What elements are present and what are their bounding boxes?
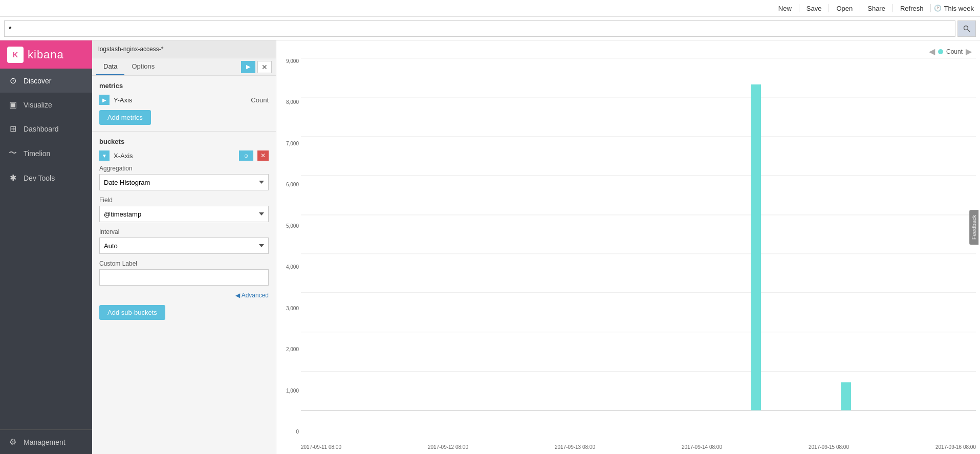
divider-4 <box>892 4 893 12</box>
sidebar: K kibana ⊙ Discover ▣ Visualize ⊞ Dashbo… <box>0 40 92 454</box>
add-sub-buckets-button[interactable]: Add sub-buckets <box>99 305 165 320</box>
xaxis-expand-btn[interactable]: ▼ <box>99 150 110 161</box>
open-button[interactable]: Open <box>832 3 857 14</box>
custom-label-group: Custom Label <box>99 260 269 286</box>
sidebar-spacer <box>0 190 92 429</box>
aggregation-label: Aggregation <box>99 165 269 172</box>
chart-area: ◀ Count ▶ <box>276 40 980 454</box>
panel-tab-actions: ▶ ✕ <box>241 61 272 73</box>
svg-rect-2 <box>301 58 976 410</box>
close-button[interactable]: ✕ <box>257 61 272 73</box>
interval-select[interactable]: Auto Millisecond Second Minute Hourly Da… <box>99 237 269 254</box>
sidebar-management-label: Management <box>24 438 66 446</box>
sidebar-timelion-label: Timelion <box>24 149 50 158</box>
bucket-toggle-btn[interactable]: ⊙ <box>239 150 253 161</box>
x-tick-0914: 2017-09-14 08:00 <box>682 444 722 450</box>
management-icon: ⚙ <box>8 437 17 447</box>
yaxis-label: Y-Axis <box>114 96 247 104</box>
custom-label-label: Custom Label <box>99 260 269 267</box>
save-button[interactable]: Save <box>802 3 826 14</box>
y-tick-1000: 1,000 <box>286 388 299 394</box>
legend-next-icon[interactable]: ▶ <box>966 47 972 56</box>
legend-prev-icon[interactable]: ◀ <box>929 47 935 56</box>
aggregation-select[interactable]: Date Histogram Histogram Range Date Rang… <box>99 174 269 190</box>
y-axis: 9,000 8,000 7,000 6,000 5,000 4,000 3,00… <box>280 58 301 435</box>
y-tick-9000: 9,000 <box>286 58 299 64</box>
interval-label: Interval <box>99 228 269 235</box>
tab-data[interactable]: Data <box>96 58 124 75</box>
search-button[interactable] <box>957 20 976 37</box>
x-tick-0915: 2017-09-15 08:00 <box>809 444 849 450</box>
y-tick-2000: 2,000 <box>286 347 299 352</box>
sidebar-item-timelion[interactable]: 〜 Timelion <box>0 141 92 166</box>
buckets-section: buckets ▼ X-Axis ⊙ ✕ Aggregation Date Hi… <box>92 131 276 326</box>
svg-rect-13 <box>751 84 761 410</box>
new-button[interactable]: New <box>774 3 796 14</box>
y-tick-7000: 7,000 <box>286 141 299 146</box>
time-filter-label: This week <box>944 5 974 12</box>
sidebar-item-visualize[interactable]: ▣ Visualize <box>0 93 92 117</box>
feedback-tab[interactable]: Feedback <box>969 209 978 244</box>
x-tick-0916: 2017-09-16 08:00 <box>935 444 976 450</box>
bucket-row-xaxis: ▼ X-Axis ⊙ ✕ <box>99 150 269 161</box>
sidebar-item-discover[interactable]: ⊙ Discover <box>0 69 92 93</box>
svg-point-0 <box>964 26 968 30</box>
svg-line-1 <box>968 29 970 32</box>
yaxis-expand-btn[interactable]: ▶ <box>99 95 110 105</box>
clock-icon: 🕐 <box>934 5 942 12</box>
sidebar-item-management[interactable]: ⚙ Management <box>0 430 92 454</box>
bar-chart <box>301 58 976 435</box>
x-axis: 2017-09-11 08:00 2017-09-12 08:00 2017-0… <box>301 436 976 450</box>
field-group: Field @timestamp <box>99 197 269 222</box>
field-select[interactable]: @timestamp <box>99 206 269 222</box>
x-tick-0912: 2017-09-12 08:00 <box>428 444 468 450</box>
custom-label-input[interactable] <box>99 269 269 286</box>
sidebar-bottom: ⚙ Management <box>0 429 92 454</box>
discover-icon: ⊙ <box>8 76 17 85</box>
panel-tabs: Data Options ▶ ✕ <box>92 58 276 76</box>
sidebar-dashboard-label: Dashboard <box>24 125 59 133</box>
divider-2 <box>829 4 829 12</box>
y-tick-8000: 8,000 <box>286 99 299 105</box>
metrics-title: metrics <box>99 82 269 90</box>
search-icon <box>963 25 970 32</box>
metrics-section: metrics ▶ Y-Axis Count Add metrics <box>92 76 276 131</box>
share-button[interactable]: Share <box>863 3 889 14</box>
sidebar-item-dashboard[interactable]: ⊞ Dashboard <box>0 117 92 141</box>
chart-legend: ◀ Count ▶ <box>280 45 976 58</box>
editor-panel: logstash-nginx-access-* Data Options ▶ ✕… <box>92 40 276 454</box>
buckets-title: buckets <box>99 138 269 145</box>
aggregation-group: Aggregation Date Histogram Histogram Ran… <box>99 165 269 190</box>
divider-1 <box>799 4 799 12</box>
y-tick-3000: 3,000 <box>286 306 299 311</box>
tab-options[interactable]: Options <box>124 58 162 75</box>
main-layout: K kibana ⊙ Discover ▣ Visualize ⊞ Dashbo… <box>0 40 980 454</box>
index-pattern[interactable]: logstash-nginx-access-* <box>92 40 276 58</box>
y-tick-6000: 6,000 <box>286 182 299 187</box>
search-bar <box>0 17 980 40</box>
x-tick-0911: 2017-09-11 08:00 <box>301 444 341 450</box>
y-tick-5000: 5,000 <box>286 223 299 229</box>
divider-5 <box>930 4 931 12</box>
timelion-icon: 〜 <box>8 148 17 159</box>
time-filter[interactable]: 🕐 This week <box>934 5 974 12</box>
search-input[interactable] <box>4 20 955 37</box>
field-label: Field <box>99 197 269 204</box>
x-tick-0913: 2017-09-13 08:00 <box>555 444 595 450</box>
kibana-logo-text: kibana <box>28 48 64 61</box>
divider-3 <box>860 4 860 12</box>
add-metrics-button[interactable]: Add metrics <box>99 110 151 125</box>
bucket-remove-btn[interactable]: ✕ <box>257 150 269 161</box>
y-tick-4000: 4,000 <box>286 264 299 270</box>
devtools-icon: ✱ <box>8 173 17 183</box>
advanced-link[interactable]: ◀ Advanced <box>99 292 269 299</box>
visualize-icon: ▣ <box>8 100 17 110</box>
y-tick-0: 0 <box>296 429 299 435</box>
sidebar-item-devtools[interactable]: ✱ Dev Tools <box>0 166 92 190</box>
svg-rect-14 <box>841 382 851 410</box>
run-button[interactable]: ▶ <box>241 61 255 73</box>
sidebar-devtools-label: Dev Tools <box>24 174 55 182</box>
refresh-button[interactable]: Refresh <box>896 3 928 14</box>
sidebar-discover-label: Discover <box>24 77 51 85</box>
metric-row-yaxis: ▶ Y-Axis Count <box>99 95 269 105</box>
